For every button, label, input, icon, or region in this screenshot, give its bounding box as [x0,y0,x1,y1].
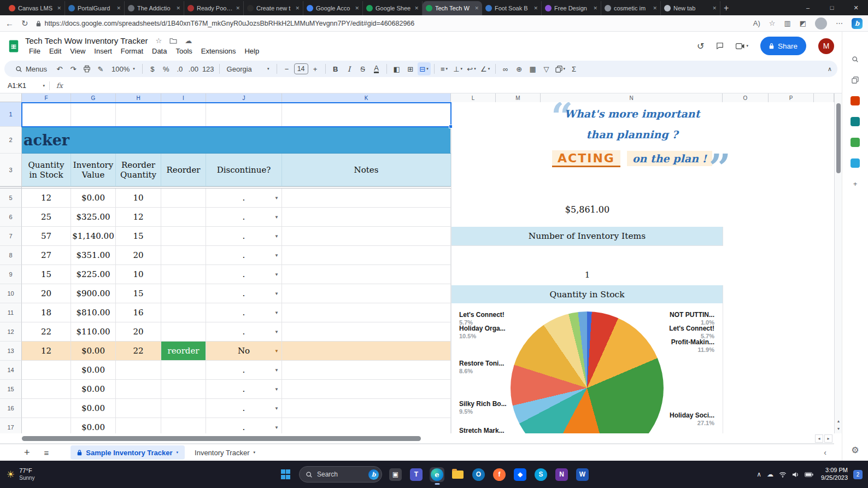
header-cell[interactable]: Notes [282,154,451,186]
version-history-icon[interactable]: ↺ [697,41,704,51]
dropdown-caret-icon[interactable]: ▼ [274,368,279,373]
browser-tab[interactable]: Ready Pool V✕ [184,1,244,15]
favorites-icon[interactable]: ☆ [769,19,776,27]
reorder-qty-cell[interactable]: 15 [116,284,161,303]
qty-in-stock-cell[interactable]: 12 [22,342,71,361]
sheet-title-cell[interactable]: acker [22,127,451,154]
menu-tools[interactable]: Tools [172,46,196,56]
fill-color-icon[interactable]: ◧ [390,62,403,75]
inventory-value-cell[interactable]: $110.00 [71,322,116,342]
wifi-icon[interactable] [779,472,787,478]
row-header[interactable]: 17 [0,418,22,433]
reorder-qty-cell[interactable]: 10 [116,265,161,284]
header-cell[interactable]: Quantity in Stock [22,154,71,186]
qty-in-stock-cell[interactable] [22,380,71,399]
inventory-value-cell[interactable]: $0.00 [71,380,116,399]
row-header[interactable]: 8 [0,246,22,265]
dropdown-caret-icon[interactable]: ▼ [274,196,279,201]
qty-in-stock-cell[interactable]: 22 [22,322,71,342]
row-header[interactable]: 7 [0,227,22,246]
app-icon-outlook[interactable]: O [471,467,486,482]
qty-in-stock-cell[interactable] [22,361,71,380]
menu-insert[interactable]: Insert [90,46,116,56]
scroll-left-icon[interactable]: ◂ [815,434,823,443]
sheet-tab-inventory-tracker[interactable]: Inventory Tracker ▾ [188,445,262,460]
menu-format[interactable]: Format [117,46,147,56]
tab-close-icon[interactable]: ✕ [57,5,61,11]
notes-cell[interactable] [282,208,451,227]
column-header-N[interactable]: N [541,93,723,102]
italic-icon[interactable]: I [343,62,356,75]
print-icon[interactable] [80,62,93,75]
sidebar-designer-icon[interactable] [850,137,861,148]
app-icon-teams[interactable]: T [409,467,424,482]
browser-tab[interactable]: The Addictio✕ [125,1,184,15]
row-header[interactable]: 11 [0,303,22,322]
notes-cell[interactable] [282,246,451,265]
reorder-cell[interactable]: reorder [161,342,206,361]
row-header[interactable]: 3 [0,154,22,186]
discontinue-cell[interactable]: .▼ [206,399,282,418]
tab-close-icon[interactable]: ✕ [414,5,419,11]
notes-cell[interactable] [282,227,451,246]
notes-cell[interactable] [282,189,451,208]
app-icon-word[interactable]: W [575,467,590,482]
sheet-tab-menu-icon[interactable]: ▾ [177,450,179,455]
browser-tab[interactable]: cosmetic im✕ [601,1,661,15]
hidden-row-indicator[interactable] [22,187,451,188]
reorder-qty-cell[interactable] [116,361,161,380]
row-header[interactable] [0,187,22,188]
reorder-cell[interactable] [161,303,206,322]
dropdown-caret-icon[interactable]: ▼ [274,406,279,411]
dropdown-caret-icon[interactable]: ▼ [274,387,279,392]
discontinue-cell[interactable]: .▼ [206,189,282,208]
vertical-scrollbar-thumb[interactable] [836,103,841,173]
dropdown-caret-icon[interactable]: ▼ [274,272,279,277]
reorder-cell[interactable] [161,265,206,284]
zoom-select[interactable]: 100%▾ [108,62,139,75]
tab-close-icon[interactable]: ✕ [176,5,180,11]
menu-edit[interactable]: Edit [45,46,65,56]
menu-data[interactable]: Data [148,46,171,56]
discontinue-cell[interactable]: .▼ [206,303,282,322]
discontinue-cell[interactable]: .▼ [206,284,282,303]
notes-cell[interactable] [282,265,451,284]
row-header[interactable]: 13 [0,342,22,361]
new-tab-button[interactable]: + [724,3,729,13]
reorder-qty-cell[interactable]: 10 [116,189,161,208]
notes-cell[interactable] [282,102,451,127]
browser-tab[interactable]: Google Acco✕ [303,1,363,15]
account-avatar[interactable]: M [818,38,834,54]
menu-file[interactable]: File [25,46,44,56]
share-button[interactable]: Share [760,37,806,55]
paint-format-icon[interactable]: ✎ [94,62,107,75]
vertical-align-icon[interactable]: ⊥▾ [451,62,465,75]
notification-badge[interactable]: 2 [853,470,863,479]
column-header-H[interactable]: H [116,93,161,102]
reorder-cell[interactable] [161,418,206,433]
maximize-button[interactable]: □ [820,0,844,15]
close-button[interactable]: ✕ [844,0,868,15]
menu-help[interactable]: Help [241,46,263,56]
notes-cell[interactable] [282,380,451,399]
row-header[interactable]: 15 [0,380,22,399]
notes-cell[interactable] [282,284,451,303]
app-icon-file-explorer[interactable] [450,467,465,482]
row-header[interactable]: 14 [0,361,22,380]
inventory-value-cell[interactable]: $225.00 [71,265,116,284]
inventory-value-cell[interactable]: $0.00 [71,361,116,380]
minimize-button[interactable]: – [796,0,820,15]
meet-icon[interactable]: ▾ [736,43,748,49]
app-icon-taskview[interactable]: ▣ [388,467,403,482]
sidebar-settings-icon[interactable]: ⚙ [842,445,868,455]
dropdown-caret-icon[interactable]: ▼ [274,349,279,354]
increase-font-size-icon[interactable]: + [309,62,322,75]
split-screen-icon[interactable]: ▥ [784,19,790,27]
format-percent-icon[interactable]: % [160,62,173,75]
inventory-value-cell[interactable]: $810.00 [71,303,116,322]
inventory-value-cell[interactable]: $0.00 [71,399,116,418]
qty-in-stock-cell[interactable]: 25 [22,208,71,227]
reorder-qty-cell[interactable]: 20 [116,322,161,342]
reorder-cell[interactable] [161,246,206,265]
collapse-toolbar-icon[interactable]: ∧ [828,66,832,73]
